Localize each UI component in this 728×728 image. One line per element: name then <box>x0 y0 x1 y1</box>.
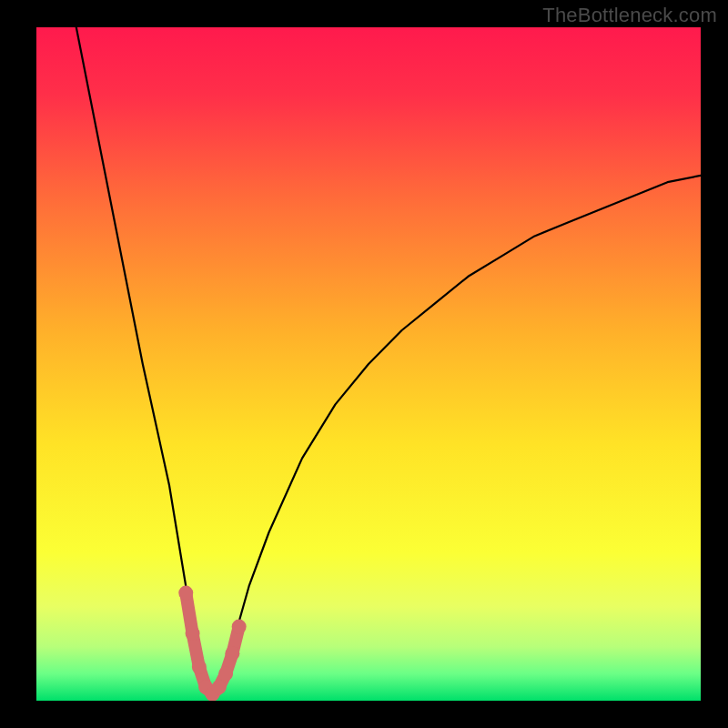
highlight-dot <box>232 620 247 634</box>
curve-layer <box>36 27 701 701</box>
highlight-segment <box>186 593 238 694</box>
bottleneck-curve <box>76 27 701 694</box>
highlight-dot <box>186 626 200 641</box>
highlight-dot <box>225 646 239 661</box>
highlight-dot <box>192 660 207 674</box>
highlight-dot <box>218 666 233 681</box>
watermark-label: TheBottleneck.com <box>542 4 717 27</box>
plot-area <box>36 27 701 701</box>
outer-frame: TheBottleneck.com <box>0 0 728 728</box>
highlight-dot <box>178 586 193 601</box>
highlight-dot <box>212 680 227 694</box>
